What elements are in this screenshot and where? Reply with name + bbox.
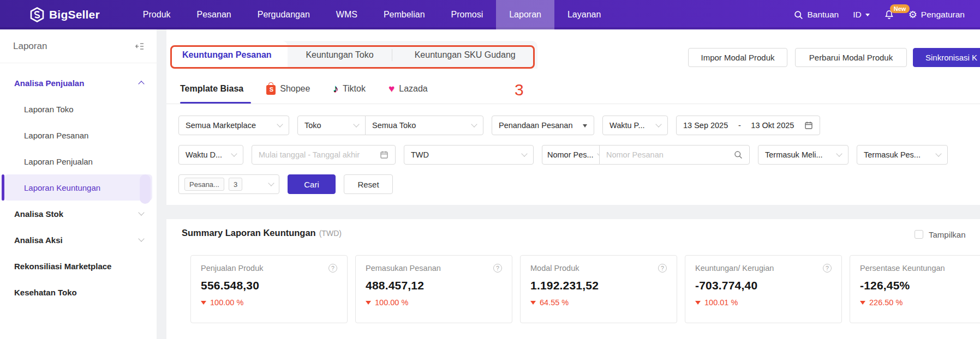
card-value: -703.774,40: [695, 279, 832, 292]
pesanan-tag: Pesana...: [184, 178, 224, 191]
help-circle-icon[interactable]: [493, 264, 502, 273]
nav-item-laporan[interactable]: Laporan: [496, 0, 554, 29]
nomor-type-select[interactable]: Nomor Pes...: [542, 145, 600, 165]
marketplace-select[interactable]: Semua Marketplace: [178, 116, 289, 135]
help-circle-icon[interactable]: [328, 264, 337, 273]
date-range-picker[interactable]: 13 Sep 2025 - 13 Okt 2025: [676, 116, 820, 135]
chevron-down-icon: [655, 121, 661, 127]
penandaan-pesanan-select[interactable]: Penandaan Pesanan: [492, 116, 594, 135]
sidebar-group-analisa-penjualan[interactable]: Analisa Penjualan: [0, 70, 157, 96]
subtab-tiktok[interactable]: Tiktok: [333, 83, 366, 95]
nav-item-pergudangan[interactable]: Pergudangan: [244, 0, 323, 29]
new-badge: New: [890, 4, 910, 13]
chevron-down-icon: [277, 121, 283, 127]
sinkronisasi-button[interactable]: Sinkronisasi K: [913, 48, 980, 67]
nav-item-wms[interactable]: WMS: [323, 0, 371, 29]
summary-title-row: Summary Laporan Keuntungan (TWD): [182, 228, 342, 238]
search-icon: [794, 10, 803, 20]
subtab-lazada[interactable]: Lazada: [389, 83, 428, 95]
select-value: Waktu D...: [186, 150, 222, 159]
collapse-sidebar-icon[interactable]: [135, 42, 145, 51]
sidebar-item-laporan-keuntungan[interactable]: Laporan Keuntungan: [4, 174, 152, 201]
nomor-pesanan-group: Nomor Pes...: [542, 145, 750, 165]
sidebar-item-laporan-toko[interactable]: Laporan Toko: [0, 96, 157, 122]
subtab-label: Tiktok: [343, 84, 366, 94]
chevron-down-icon: [471, 121, 477, 127]
tab-keuntungan-pesanan[interactable]: Keuntungan Pesanan: [166, 41, 288, 69]
select-value: Termasuk Pes...: [864, 150, 921, 159]
sidebar: Laporan Analisa Penjualan Laporan Toko L…: [0, 29, 157, 339]
subtab-shopee[interactable]: Shopee: [266, 83, 310, 95]
sidebar-item-kesehatan-toko[interactable]: Kesehatan Toko: [0, 279, 157, 305]
reset-button[interactable]: Reset: [344, 174, 393, 194]
chevron-down-icon: [935, 150, 941, 156]
nav-item-pembelian[interactable]: Pembelian: [371, 0, 438, 29]
bigseller-logo-icon: [30, 7, 44, 22]
subtab-template-biasa[interactable]: Template Biasa: [180, 84, 243, 94]
waktu-pesanan-select[interactable]: Waktu P...: [602, 116, 668, 135]
floating-panel-handle[interactable]: [140, 174, 151, 204]
select-value: Termasuk Meli...: [765, 150, 823, 159]
tab-keuntungan-toko[interactable]: Keuntungan Toko: [288, 41, 392, 69]
perbarui-modal-produk-button[interactable]: Perbarui Modal Produk: [795, 48, 907, 67]
card-value: 488.457,12: [366, 279, 502, 292]
brand[interactable]: BigSeller: [30, 7, 100, 22]
sidebar-title: Laporan: [13, 41, 47, 52]
item-label: Laporan Penjualan: [24, 157, 93, 166]
date-range-text-input[interactable]: [259, 150, 375, 159]
pesanan-multi-select[interactable]: Pesana... 3: [178, 174, 279, 194]
toko-select[interactable]: Toko: [297, 116, 366, 135]
chevron-down-icon: [138, 209, 144, 215]
profit-tabs: Keuntungan Pesanan Keuntungan Toko Keunt…: [166, 41, 537, 69]
notifications-button[interactable]: New: [884, 9, 894, 20]
card-delta: 100.00 %: [366, 298, 502, 307]
help-link[interactable]: Bantuan: [794, 10, 839, 20]
down-arrow-icon: [201, 301, 206, 305]
navbar-right: Bantuan ID New Pengaturan: [794, 9, 965, 20]
settings-button[interactable]: Pengaturan: [909, 10, 965, 20]
language-selector[interactable]: ID: [853, 10, 870, 20]
semua-toko-select[interactable]: Semua Toko: [365, 116, 483, 135]
chevron-up-icon: [138, 81, 144, 87]
nav-item-promosi[interactable]: Promosi: [438, 0, 497, 29]
tab-keuntungan-sku-gudang[interactable]: Keuntungan SKU Gudang: [392, 41, 537, 69]
filter-row-1: Semua Marketplace Toko Semua Toko Penand…: [178, 116, 820, 135]
sidebar-group-analisa-stok[interactable]: Analisa Stok: [0, 201, 157, 227]
toko-group: Toko Semua Toko: [297, 116, 483, 135]
item-label: Laporan Keuntungan: [24, 183, 100, 192]
sidebar-item-rekonsiliasi-marketplace[interactable]: Rekonsiliasi Marketplace: [0, 253, 157, 279]
waktu-dibuat-select[interactable]: Waktu D...: [178, 145, 243, 165]
group-label: Analisa Stok: [14, 209, 63, 219]
custom-date-range-input[interactable]: [252, 145, 396, 165]
group-label: Analisa Aksi: [14, 235, 63, 245]
cari-button[interactable]: Cari: [288, 174, 336, 194]
card-delta: 226.50 %: [860, 298, 980, 307]
sidebar-group-analisa-aksi[interactable]: Analisa Aksi: [0, 227, 157, 253]
nomor-pesanan-input[interactable]: [606, 150, 730, 159]
help-circle-icon[interactable]: [823, 264, 832, 273]
card-label: Pemasukan Pesanan: [366, 264, 441, 273]
help-circle-icon[interactable]: [658, 264, 667, 273]
item-label: Rekonsiliasi Marketplace: [14, 262, 111, 271]
nav-item-produk[interactable]: Produk: [130, 0, 184, 29]
sidebar-item-laporan-pesanan[interactable]: Laporan Pesanan: [0, 122, 157, 148]
nav-item-pesanan[interactable]: Pesanan: [184, 0, 244, 29]
date-start: 13 Sep 2025: [683, 121, 728, 130]
nav-item-layanan[interactable]: Layanan: [554, 0, 614, 29]
card-value: 556.548,30: [201, 279, 337, 292]
card-keuntungan-kerugian: Keuntungan/ Kerugian -703.774,40 100.01 …: [685, 255, 842, 323]
search-icon[interactable]: [734, 150, 743, 159]
import-modal-produk-button[interactable]: Impor Modal Produk: [688, 48, 787, 67]
down-arrow-icon: [860, 301, 865, 305]
currency-select[interactable]: TWD: [404, 145, 534, 165]
sidebar-item-laporan-penjualan[interactable]: Laporan Penjualan: [0, 148, 157, 174]
termasuk-pes-select[interactable]: Termasuk Pes...: [857, 145, 948, 165]
subtab-label: Shopee: [280, 84, 310, 94]
tampilkan-checkbox[interactable]: [915, 230, 923, 239]
subtab-label: Lazada: [399, 84, 428, 94]
delta-value: 64.55 %: [540, 298, 569, 307]
sidebar-header: Laporan: [0, 29, 157, 63]
gear-icon: [909, 10, 917, 20]
card-label: Persentase Keuntungan: [860, 264, 945, 273]
termasuk-meli-select[interactable]: Termasuk Meli...: [758, 145, 848, 165]
